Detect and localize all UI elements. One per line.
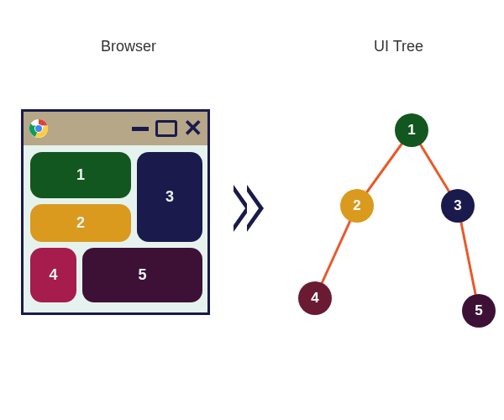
tree-node-4: 4 — [298, 281, 332, 315]
minimize-icon — [130, 118, 150, 139]
ui-tree-label: UI Tree — [374, 38, 423, 55]
tree-node-3: 3 — [441, 189, 475, 223]
browser-content: 1 2 3 4 5 — [24, 145, 207, 313]
ui-tree: 1 2 3 4 5 — [277, 105, 496, 332]
tree-node-2: 2 — [340, 189, 374, 223]
tree-node-5: 5 — [462, 294, 496, 328]
close-icon: ✕ — [182, 118, 202, 139]
arrow-icon — [234, 185, 264, 232]
ui-element-1: 1 — [30, 152, 131, 198]
browser-label: Browser — [101, 38, 156, 55]
svg-point-2 — [35, 125, 42, 132]
maximize-icon — [155, 120, 177, 137]
tree-node-1: 1 — [395, 113, 428, 147]
ui-element-3: 3 — [137, 152, 202, 242]
ui-element-5: 5 — [82, 248, 202, 302]
ui-element-2: 2 — [30, 204, 131, 242]
browser-mockup: ✕ 1 2 3 4 5 — [21, 109, 210, 315]
ui-element-4: 4 — [30, 248, 76, 302]
chrome-icon — [29, 118, 49, 139]
browser-titlebar: ✕ — [24, 112, 207, 145]
